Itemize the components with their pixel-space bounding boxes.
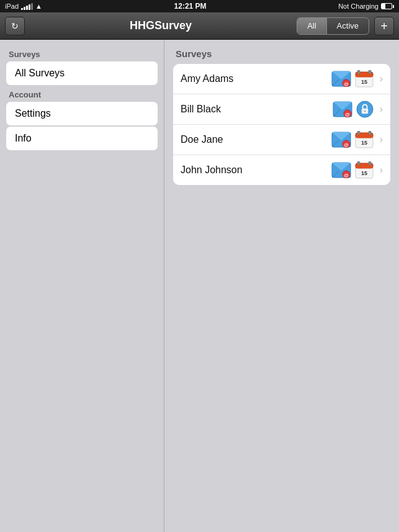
table-row[interactable]: Amy Adams @ <box>173 64 390 94</box>
wifi-icon: ▲ <box>35 2 42 10</box>
lock-icon <box>356 101 374 118</box>
status-right: Not Charging <box>338 2 394 10</box>
navigation-bar: ↻ HHGSurvey All Active + <box>0 12 399 40</box>
charging-label: Not Charging <box>338 2 379 10</box>
svg-point-20 <box>364 110 365 112</box>
surveys-section-label: Surveys <box>0 46 164 61</box>
survey-icons: @ 15 <box>331 161 374 179</box>
svg-rect-41 <box>356 166 373 168</box>
app-title: HHGSurvey <box>25 19 297 32</box>
table-row[interactable]: Doe Jane @ <box>173 125 390 155</box>
segment-active-button[interactable]: Active <box>327 18 369 34</box>
calendar-icon: 15 <box>355 70 374 88</box>
table-row[interactable]: Bill Black @ <box>173 94 390 125</box>
svg-text:15: 15 <box>361 170 367 176</box>
svg-rect-8 <box>356 75 373 77</box>
content-section-label: Surveys <box>173 48 390 59</box>
survey-list: Amy Adams @ <box>173 64 390 185</box>
status-bar: iPad ▲ 12:21 PM Not Charging <box>0 0 399 12</box>
svg-text:@: @ <box>344 142 349 148</box>
content-area: Surveys Amy Adams @ <box>164 40 399 532</box>
svg-text:15: 15 <box>361 140 367 146</box>
svg-rect-29 <box>356 136 373 138</box>
survey-name: John Johnson <box>181 165 331 176</box>
svg-text:15: 15 <box>361 79 367 85</box>
refresh-button[interactable]: ↻ <box>5 17 25 35</box>
chevron-icon: › <box>380 73 383 84</box>
sidebar: Surveys All Surveys Account Settings Inf… <box>0 40 164 532</box>
calendar-icon: 15 <box>355 161 374 179</box>
main-layout: Surveys All Surveys Account Settings Inf… <box>0 40 399 532</box>
svg-rect-10 <box>369 70 371 74</box>
sidebar-item-info[interactable]: Info <box>6 127 158 150</box>
chevron-icon: › <box>380 165 383 176</box>
status-left: iPad ▲ <box>5 2 42 10</box>
svg-rect-42 <box>357 161 360 165</box>
envelope-icon: @ <box>331 132 351 148</box>
survey-icons: @ <box>333 101 374 118</box>
account-section-label: Account <box>0 86 164 102</box>
status-time: 12:21 PM <box>174 2 207 11</box>
survey-name: Bill Black <box>181 104 333 115</box>
survey-icons: @ 15 <box>331 70 374 88</box>
chevron-icon: › <box>380 104 383 115</box>
survey-name: Amy Adams <box>181 73 331 84</box>
svg-rect-43 <box>369 161 371 165</box>
segment-all-button[interactable]: All <box>297 18 326 34</box>
refresh-icon: ↻ <box>11 21 19 31</box>
envelope-icon: @ <box>331 162 351 178</box>
sidebar-item-settings[interactable]: Settings <box>6 102 158 125</box>
envelope-icon: @ <box>333 101 352 117</box>
sidebar-item-all-surveys[interactable]: All Surveys <box>6 61 158 85</box>
svg-rect-30 <box>357 131 360 135</box>
chevron-icon: › <box>380 134 383 145</box>
filter-segment: All Active <box>297 17 369 35</box>
table-row[interactable]: John Johnson @ <box>173 155 390 185</box>
svg-text:@: @ <box>344 173 349 178</box>
envelope-icon: @ <box>331 71 351 87</box>
add-button[interactable]: + <box>374 17 394 35</box>
survey-icons: @ 15 <box>331 131 374 148</box>
signal-icon <box>21 3 33 10</box>
device-label: iPad <box>5 2 19 10</box>
calendar-icon: 15 <box>355 131 374 148</box>
svg-rect-31 <box>369 131 371 135</box>
svg-text:@: @ <box>344 81 349 87</box>
svg-text:@: @ <box>345 112 350 117</box>
svg-rect-9 <box>357 70 360 74</box>
survey-name: Doe Jane <box>181 134 331 145</box>
battery-icon <box>381 3 394 9</box>
